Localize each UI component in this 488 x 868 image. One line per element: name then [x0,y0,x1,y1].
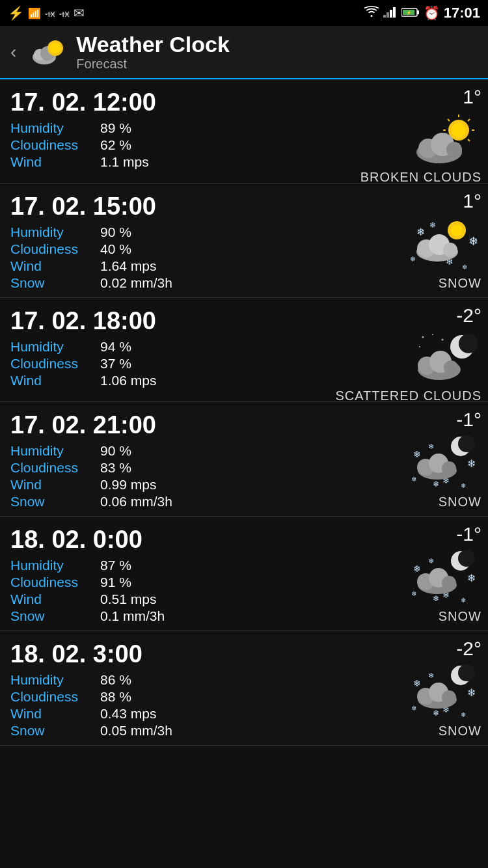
detail-value: 0.51 mps [100,591,156,607]
svg-text:❄: ❄ [433,480,439,489]
cellular-icon [383,6,398,21]
detail-row: Humidity 87 % [10,558,478,573]
app-icon [28,33,67,72]
svg-text:❄: ❄ [411,476,416,483]
forecast-card: 17. 02. 15:00 Humidity 90 % Cloudiness 4… [0,183,488,298]
temperature: 1° [463,190,481,212]
detail-label: Wind [10,154,95,170]
detail-row: Cloudiness 88 % [10,689,478,705]
svg-text:❄: ❄ [467,687,476,698]
detail-value: 89 % [100,120,131,136]
forecast-card: 17. 02. 12:00 Humidity 89 % Cloudiness 6… [0,79,488,183]
detail-value: 1.64 mps [100,258,156,274]
svg-text:❄: ❄ [428,442,434,450]
email-icon: ✉ [74,5,85,21]
detail-value: 87 % [100,558,131,573]
detail-value: 40 % [100,241,131,257]
back-arrow-icon[interactable]: ‹ [10,42,16,62]
detail-row: Snow 0.1 mm/3h [10,608,478,624]
detail-label: Cloudiness [10,460,95,476]
condition-label: BROKEN CLOUDS [360,170,481,185]
card-right: -1° ❄ ❄ ❄ ❄ ❄ ❄ ❄ SNOW [410,409,481,509]
signal-x1-icon: ·ıx [45,8,55,19]
sim-icon: 📶 [28,7,41,20]
temperature: -2° [456,638,481,660]
detail-value: 0.02 mm/3h [100,275,172,291]
svg-point-28 [451,224,463,236]
detail-value: 88 % [100,689,131,705]
detail-row: Wind 0.51 mps [10,591,478,607]
svg-point-26 [446,142,462,157]
temperature: -2° [456,305,481,327]
signal-x2-icon: ·ıx [59,8,70,19]
forecast-datetime: 18. 02. 0:00 [10,526,478,554]
detail-value: 37 % [100,356,131,372]
forecast-card: 18. 02. 0:00 Humidity 87 % Cloudiness 91… [0,517,488,631]
weather-icon-area: 1° ❄ ❄ ❄ ❄ ❄ ❄ [410,190,481,274]
svg-text:❄: ❄ [461,711,466,718]
weather-icon-area: -2° ❄ ❄ ❄ ❄ ❄ ❄ ❄ [410,638,481,722]
detail-value: 0.99 mps [100,477,156,493]
svg-line-21 [468,119,470,121]
svg-text:❄: ❄ [428,671,434,679]
svg-text:❄: ❄ [416,226,425,237]
svg-point-40 [459,334,478,353]
forecast-datetime: 17. 02. 15:00 [10,193,478,221]
detail-value: 1.06 mps [100,373,156,388]
weather-icon: ❄ ❄ ❄ ❄ ❄ ❄ [410,216,481,274]
detail-row: Wind 1.64 mps [10,258,478,274]
detail-value: 94 % [100,339,131,355]
svg-text:❄: ❄ [410,255,416,263]
temperature: 1° [463,86,481,108]
svg-text:❄: ❄ [411,590,416,597]
detail-label: Wind [10,706,95,722]
detail-label: Cloudiness [10,241,95,257]
detail-row: Snow 0.06 mm/3h [10,494,478,509]
svg-rect-3 [393,7,396,18]
weather-icon-area: -2° [410,305,481,388]
condition-label: SNOW [439,495,481,509]
svg-point-63 [458,550,475,567]
weather-icon-area: -1° ❄ ❄ ❄ ❄ ❄ ❄ ❄ [410,523,481,607]
svg-point-14 [452,123,466,137]
detail-value: 0.05 mm/3h [100,723,172,739]
svg-point-50 [458,435,475,452]
detail-label: Snow [10,275,95,291]
weather-icon: ❄ ❄ ❄ ❄ ❄ ❄ ❄ [410,435,481,493]
detail-row: Humidity 86 % [10,672,478,688]
detail-label: Cloudiness [10,356,95,372]
svg-line-19 [448,119,450,121]
detail-row: Humidity 90 % [10,224,478,240]
detail-label: Snow [10,723,95,739]
alarm-icon: ⏰ [424,5,440,21]
detail-label: Cloudiness [10,137,95,153]
detail-row: Humidity 90 % [10,443,478,459]
detail-label: Humidity [10,443,95,459]
svg-point-42 [432,334,433,335]
svg-point-12 [50,43,61,53]
svg-rect-5 [417,10,419,14]
forecast-datetime: 17. 02. 21:00 [10,411,478,439]
app-title: Weather Clock [76,33,230,57]
detail-row: Snow 0.02 mm/3h [10,275,478,291]
status-time: 17:01 [444,5,480,21]
card-right: 1° ❄ ❄ ❄ ❄ ❄ ❄ SNOW [410,190,481,291]
weather-icon: ❄ ❄ ❄ ❄ ❄ ❄ ❄ [410,664,481,722]
wifi-icon [364,6,379,21]
svg-line-20 [468,139,470,141]
svg-text:❄: ❄ [462,264,467,271]
svg-text:❄: ❄ [429,221,436,230]
detail-value: 62 % [100,137,131,153]
forecast-list: 17. 02. 12:00 Humidity 89 % Cloudiness 6… [0,79,488,746]
detail-label: Humidity [10,120,95,136]
detail-label: Humidity [10,558,95,573]
status-left-icons: ⚡ 📶 ·ıx ·ıx ✉ [8,5,85,21]
detail-value: 0.06 mm/3h [100,494,172,509]
detail-value: 91 % [100,575,131,590]
forecast-details: Humidity 90 % Cloudiness 83 % Wind 0.99 … [10,443,478,509]
detail-row: Wind 0.43 mps [10,706,478,722]
svg-point-74 [442,576,456,590]
forecast-details: Humidity 86 % Cloudiness 88 % Wind 0.43 … [10,672,478,739]
card-right: -1° ❄ ❄ ❄ ❄ ❄ ❄ ❄ SNOW [410,523,481,624]
weather-icon-area: 1° [410,86,481,170]
